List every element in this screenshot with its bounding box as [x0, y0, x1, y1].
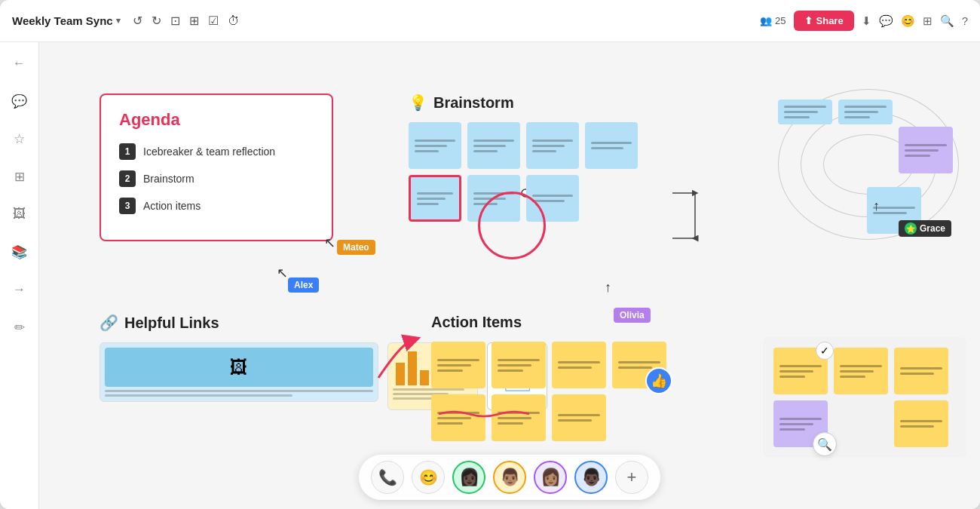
users-badge: 👥 25: [760, 15, 786, 26]
sidebar-comment-icon[interactable]: 💬: [8, 89, 32, 113]
agenda-title: Agenda: [119, 110, 314, 130]
link-card-lines: [105, 390, 373, 397]
phone-button[interactable]: 📞: [371, 461, 404, 494]
frames-icon[interactable]: ⊡: [170, 14, 180, 28]
br-sticky-purple[interactable]: 🔍: [773, 400, 828, 447]
timer-icon[interactable]: ⏱: [228, 14, 240, 28]
agenda-item-2-label: Brainstorm: [143, 173, 194, 185]
avatar-4[interactable]: 👨🏿: [574, 461, 608, 494]
sidebar-grid-icon[interactable]: ⊞: [8, 164, 32, 189]
brainstorm-title: 💡 Brainstorm: [409, 94, 695, 112]
checklist-icon[interactable]: ☑: [208, 14, 219, 28]
sidebar-back-icon[interactable]: ←: [8, 51, 32, 75]
help-icon[interactable]: ?: [962, 14, 968, 27]
share-upload-icon: ⬆: [804, 15, 813, 26]
sticky-b6[interactable]: [467, 175, 520, 222]
sticky-b4[interactable]: [585, 122, 638, 169]
present-icon[interactable]: ⊞: [923, 14, 933, 28]
agenda-num-1: 1: [119, 143, 136, 160]
link-img-icon: 🖼: [230, 357, 248, 378]
brainstorm-section: 💡 Brainstorm: [409, 94, 695, 222]
br-sticky-1[interactable]: ✓: [773, 348, 828, 394]
sticky-empty: [585, 175, 638, 222]
agenda-item-1-label: Icebreaker & team reflection: [143, 146, 275, 158]
avatar-2-img: 👨🏽: [500, 468, 520, 487]
circle-stickies: [778, 100, 893, 124]
grace-star-badge: ⭐: [905, 222, 917, 235]
share-button[interactable]: ⬆ Share: [794, 11, 854, 31]
title-area[interactable]: Weekly Team Sync ▾: [12, 14, 121, 27]
bottom-right-panel: ✓ 🔍: [763, 337, 966, 458]
avatar-4-img: 👨🏿: [581, 468, 602, 487]
circle-sticky-1[interactable]: [778, 100, 832, 124]
circle-sticky-purple[interactable]: [899, 127, 953, 173]
br-sticky-4[interactable]: [894, 400, 948, 447]
phone-icon: 📞: [378, 468, 397, 486]
reactions-icon[interactable]: 😊: [901, 14, 915, 28]
cursor-grace-shape: ↑: [873, 198, 880, 214]
sidebar-image-icon[interactable]: 🖼: [8, 202, 32, 226]
action-items-grid: 👍: [431, 342, 688, 441]
agenda-num-2: 2: [119, 170, 136, 187]
brainstorm-icon: 💡: [409, 94, 427, 112]
sidebar-export-icon[interactable]: →: [8, 277, 32, 302]
brainstorm-sticky-grid: [409, 122, 695, 222]
thumbs-badge: 👍: [645, 367, 672, 394]
agenda-item-3-label: Action items: [143, 200, 201, 212]
title-chevron: ▾: [116, 16, 121, 26]
avatar-1[interactable]: 👩🏿: [452, 461, 485, 494]
sticky-b5-highlighted[interactable]: [409, 175, 461, 222]
action-sticky-2[interactable]: [492, 342, 546, 388]
sticky-b2[interactable]: [467, 122, 520, 169]
link-card-blue[interactable]: 🖼: [100, 342, 378, 402]
agenda-item-1: 1 Icebreaker & team reflection: [119, 143, 314, 160]
bottom-bar: 📞 😊 👩🏿 👨🏽 👩🏽 👨🏿 +: [359, 455, 660, 500]
action-sticky-7[interactable]: [552, 394, 606, 441]
redo-icon[interactable]: ↻: [152, 14, 161, 28]
agenda-num-3: 3: [119, 198, 136, 214]
download-icon[interactable]: ⬇: [862, 14, 871, 28]
action-sticky-3[interactable]: [552, 342, 606, 388]
action-section: Action Items 👍: [431, 314, 688, 441]
avatar-1-img: 👩🏿: [459, 468, 479, 487]
add-participant-button[interactable]: +: [615, 461, 648, 494]
main-layout: ← 💬 ☆ ⊞ 🖼 📚 → ✏: [0, 42, 980, 509]
sidebar-pen-icon[interactable]: ✏: [8, 315, 32, 339]
sticky-b7[interactable]: [526, 175, 579, 222]
zoom-badge[interactable]: 🔍: [813, 432, 837, 456]
header-left: Weekly Team Sync ▾ ↺ ↻ ⊡ ⊞ ☑ ⏱: [12, 14, 754, 28]
bottom-right-grid: ✓ 🔍: [773, 348, 956, 447]
sidebar-star-icon[interactable]: ☆: [8, 127, 32, 151]
cursor-label-grace: ⭐ Grace: [899, 220, 951, 237]
br-sticky-3[interactable]: [894, 348, 948, 394]
app-container: Weekly Team Sync ▾ ↺ ↻ ⊡ ⊞ ☑ ⏱ 👥 25 ⬆ Sh…: [0, 0, 980, 509]
action-sticky-4[interactable]: 👍: [612, 342, 666, 388]
agenda-card: Agenda 1 Icebreaker & team reflection 2 …: [100, 94, 333, 241]
undo-icon[interactable]: ↺: [133, 14, 142, 28]
share-label: Share: [816, 15, 844, 26]
helpful-links-section: 🔗 Helpful Links 🖼: [100, 314, 378, 410]
br-empty: [834, 400, 888, 447]
cursor-olivia-shape: ↑: [605, 280, 611, 296]
scribble: [431, 406, 537, 420]
users-count: 25: [775, 15, 786, 26]
zoom-icon[interactable]: 🔍: [940, 14, 954, 28]
agenda-item-2: 2 Brainstorm: [119, 170, 314, 187]
avatar-2[interactable]: 👨🏽: [493, 461, 526, 494]
emoji-icon: 😊: [419, 468, 438, 486]
avatar-3[interactable]: 👩🏽: [534, 461, 567, 494]
grid-icon[interactable]: ⊞: [189, 14, 199, 28]
links-icon: 🔗: [100, 314, 118, 332]
emoji-button[interactable]: 😊: [412, 461, 445, 494]
action-sticky-1[interactable]: [431, 342, 485, 388]
comments-icon[interactable]: 💬: [879, 14, 893, 28]
sidebar-library-icon[interactable]: 📚: [8, 240, 32, 264]
cursor-label-mateo: Mateo: [337, 240, 375, 255]
sticky-b1[interactable]: [409, 122, 461, 169]
br-sticky-2[interactable]: [834, 348, 888, 394]
circle-sticky-2[interactable]: [838, 100, 893, 124]
cursor-label-alex: Alex: [288, 277, 319, 293]
canvas: Agenda 1 Icebreaker & team reflection 2 …: [39, 42, 980, 509]
sticky-b3[interactable]: [526, 122, 579, 169]
grace-name: Grace: [920, 223, 945, 234]
